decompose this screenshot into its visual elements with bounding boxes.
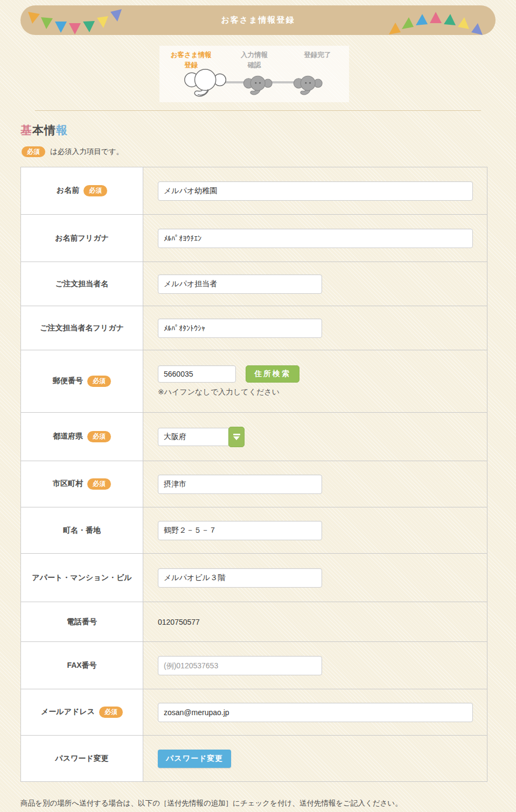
field-label-prefecture: 都道府県 <box>53 432 83 441</box>
email-input[interactable] <box>158 703 473 722</box>
prefecture-selected-value: 大阪府 <box>158 428 229 446</box>
chevron-down-icon[interactable] <box>228 427 245 447</box>
page-header: お客さま情報登録 <box>20 5 496 35</box>
name-kana-input[interactable] <box>158 229 473 248</box>
contact-person-kana-input[interactable] <box>158 319 322 338</box>
table-row: アパート・マンション・ビル <box>21 554 487 602</box>
step-label-complete: 登録完了 <box>286 50 349 70</box>
field-label-building: アパート・マンション・ビル <box>32 573 131 583</box>
section-title-basic-info: 基本情報 <box>20 123 68 138</box>
phone-number-value: 0120750577 <box>158 618 200 626</box>
password-change-button[interactable]: パスワード変更 <box>158 750 231 768</box>
required-badge: 必須 <box>99 707 123 717</box>
shipping-instruction-note: 商品を別の場所へ送付する場合は、以下の［送付先情報の追加］にチェックを付け、送付… <box>20 799 402 808</box>
required-badge: 必須 <box>87 431 111 442</box>
field-label-city: 市区町村 <box>53 479 83 489</box>
required-legend: 必須 は必須入力項目です。 <box>22 146 123 157</box>
field-label-name-kana: お名前フリガナ <box>55 234 109 243</box>
required-badge: 必須 <box>87 478 111 489</box>
table-row: 都道府県必須 大阪府 <box>21 413 487 461</box>
field-label-contact-person-kana: ご注文担当者名フリガナ <box>40 323 124 333</box>
section-divider <box>35 110 481 111</box>
contact-person-input[interactable] <box>158 274 322 294</box>
table-row: ご注文担当者名 <box>21 262 487 306</box>
elephant-step3-icon <box>293 74 324 96</box>
table-row: 電話番号 0120750577 <box>21 602 487 642</box>
progress-steps: お客さま情報登録 入力情報確認 登録完了 <box>159 46 349 102</box>
postal-code-input[interactable] <box>158 365 236 383</box>
required-badge: 必須 <box>83 185 107 196</box>
name-input[interactable] <box>158 181 473 201</box>
table-row: 市区町村必須 <box>21 461 487 507</box>
building-input[interactable] <box>158 568 322 588</box>
table-row: ご注文担当者名フリガナ <box>21 306 487 350</box>
required-badge: 必須 <box>87 376 111 386</box>
required-badge: 必須 <box>22 146 45 157</box>
field-label-street: 町名・番地 <box>63 526 101 535</box>
bunting-flags-right-icon <box>387 9 489 41</box>
city-input[interactable] <box>158 475 322 494</box>
table-row: 町名・番地 <box>21 507 487 554</box>
required-legend-text: は必須入力項目です。 <box>50 147 123 157</box>
table-row: FAX番号 <box>21 642 487 689</box>
elephant-step2-icon <box>243 74 274 96</box>
field-label-email: メールアドレス <box>41 707 95 717</box>
field-label-name: お名前 <box>57 186 79 195</box>
table-row: メールアドレス必須 <box>21 689 487 736</box>
fax-input[interactable] <box>158 656 322 675</box>
step-label-confirm: 入力情報確認 <box>222 50 285 70</box>
table-row: 郵便番号必須 住所検索 ※ハイフンなしで入力してください <box>21 350 487 413</box>
customer-info-table: お名前必須 お名前フリガナ ご注文担当者名 ご注文担当者名フリガナ 郵便番号必須… <box>20 167 487 782</box>
prefecture-select[interactable]: 大阪府 <box>158 427 487 447</box>
customer-registration-page: お客さま情報登録 お客さま情報登録 入力情報確認 登録完了 <box>0 0 516 812</box>
table-row: パスワード変更 パスワード変更 <box>21 736 487 782</box>
field-label-postal-code: 郵便番号 <box>53 376 83 386</box>
field-label-fax: FAX番号 <box>67 661 96 670</box>
elephant-step1-icon <box>184 66 229 98</box>
field-label-phone: 電話番号 <box>67 617 97 627</box>
table-row: お名前必須 <box>21 167 487 215</box>
postal-code-note: ※ハイフンなしで入力してください <box>158 387 487 397</box>
table-row: お名前フリガナ <box>21 215 487 262</box>
field-label-contact-person: ご注文担当者名 <box>55 279 108 289</box>
street-input[interactable] <box>158 521 322 540</box>
field-label-password-change: パスワード変更 <box>55 754 108 764</box>
address-search-button[interactable]: 住所検索 <box>246 365 299 383</box>
